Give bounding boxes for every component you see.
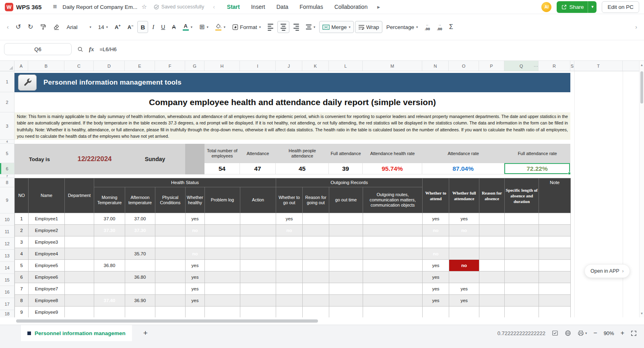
cell[interactable] (303, 283, 329, 295)
cell[interactable]: no (423, 225, 449, 236)
cell[interactable] (240, 271, 276, 283)
name-box[interactable]: Q6 (4, 43, 72, 55)
cell[interactable]: yes (423, 283, 449, 295)
cell[interactable] (205, 295, 240, 307)
cell[interactable] (539, 295, 571, 307)
cell[interactable] (539, 213, 571, 225)
table-header[interactable]: Specific length of absence and duration (505, 178, 539, 213)
vertical-align-button[interactable]: ▾ (303, 21, 318, 33)
scroll-down-icon[interactable]: ▼ (640, 312, 644, 315)
scroll-up-icon[interactable]: ▲ (640, 63, 644, 67)
cell[interactable]: 36.90 (125, 295, 155, 307)
undo-button[interactable]: ↺ (13, 21, 24, 33)
row-header-13[interactable]: 13 (0, 250, 14, 262)
cell[interactable] (205, 213, 240, 225)
cell[interactable] (155, 213, 186, 225)
cell[interactable] (240, 307, 276, 318)
cell[interactable] (363, 248, 423, 260)
cell[interactable] (329, 260, 363, 271)
column-header-I[interactable]: I (240, 61, 276, 71)
note-cell[interactable]: Note: This form is mainly applicable to … (14, 112, 570, 140)
cell[interactable] (205, 271, 240, 283)
table-header[interactable]: Whether healthy (186, 187, 205, 213)
sheet-tab[interactable]: Personnel information managemen (21, 325, 132, 341)
cell[interactable] (155, 225, 186, 236)
cell[interactable]: no (449, 260, 479, 271)
cell[interactable]: no (186, 248, 205, 260)
fx-icon[interactable]: fx (89, 46, 94, 53)
cell[interactable]: Employee1 (29, 213, 65, 225)
cell[interactable]: 6 (15, 271, 29, 283)
cell[interactable] (303, 248, 329, 260)
cell[interactable]: Employee3 (29, 236, 65, 248)
cell[interactable]: yes (423, 260, 449, 271)
cell[interactable] (449, 307, 479, 318)
cell[interactable]: no (423, 248, 449, 260)
cell[interactable] (205, 283, 240, 295)
cell[interactable] (155, 236, 186, 248)
italic-button[interactable]: I (149, 21, 157, 33)
table-header[interactable]: Whether to go out (276, 187, 303, 213)
cell[interactable] (505, 225, 539, 236)
header-name[interactable]: Name (29, 178, 65, 213)
cell[interactable]: 37.30 (94, 225, 125, 236)
cell[interactable] (539, 236, 571, 248)
cell[interactable] (125, 307, 155, 318)
print-button[interactable]: ▾ (578, 330, 587, 336)
cell[interactable] (205, 225, 240, 236)
row-header-9[interactable]: 9 (0, 187, 14, 213)
cell[interactable] (363, 236, 423, 248)
selection-stats-icon[interactable] (552, 330, 558, 336)
formula-input[interactable]: =L6/H6 (100, 46, 117, 52)
cell[interactable]: yes (423, 271, 449, 283)
cell[interactable] (65, 236, 94, 248)
document-title[interactable]: Daily Report of Company Em... (62, 4, 137, 10)
wps-logo[interactable]: W WPS 365 (5, 3, 41, 11)
cell[interactable]: 5 (15, 260, 29, 271)
row-header-6[interactable]: 6 (0, 163, 14, 174)
cell[interactable]: Employee4 (29, 248, 65, 260)
row-header-5[interactable]: 5 (0, 144, 14, 163)
cell[interactable] (276, 271, 303, 283)
cell[interactable]: yes (423, 295, 449, 307)
cell[interactable] (479, 225, 505, 236)
row-header-3[interactable]: 3 (0, 112, 14, 140)
stat-label[interactable]: Full attendance (329, 144, 363, 163)
cell[interactable] (449, 271, 479, 283)
cell[interactable] (329, 307, 363, 318)
cell[interactable] (539, 283, 571, 295)
cell[interactable]: 37.00 (94, 213, 125, 225)
cell[interactable]: 9 (15, 307, 29, 318)
cell[interactable] (303, 271, 329, 283)
cell[interactable] (276, 260, 303, 271)
font-size-select[interactable]: 14▾ (95, 21, 111, 33)
stat-value[interactable]: 87.04% (422, 163, 504, 174)
stat-value[interactable]: 39 (329, 163, 363, 174)
cell[interactable] (303, 307, 329, 318)
row-header-15[interactable]: 15 (0, 274, 14, 286)
stat-label[interactable]: Total number of employees (204, 144, 240, 163)
cell[interactable] (65, 225, 94, 236)
cell[interactable] (329, 225, 363, 236)
cell[interactable] (205, 307, 240, 318)
column-header-O[interactable]: O (449, 61, 479, 71)
header-department[interactable]: Department (65, 178, 94, 213)
bold-button[interactable]: B (137, 21, 148, 33)
align-left-button[interactable] (265, 21, 276, 33)
format-painter-button[interactable] (37, 21, 49, 33)
zoom-in-button[interactable]: + (621, 330, 624, 336)
select-all-corner[interactable] (0, 61, 14, 71)
row-header-14[interactable]: 14 (0, 262, 14, 274)
align-center-button[interactable] (277, 21, 289, 33)
cell[interactable] (505, 283, 539, 295)
cell[interactable] (65, 307, 94, 318)
column-header-F[interactable]: F (155, 61, 185, 71)
cell[interactable]: no (449, 225, 479, 236)
cell[interactable] (539, 260, 571, 271)
cell[interactable] (155, 307, 186, 318)
increase-font-button[interactable]: A+ (112, 21, 124, 33)
today-label-cell[interactable]: Today is (14, 156, 64, 162)
increase-decimal-button[interactable]: ←.00 (422, 21, 433, 33)
row-header-17[interactable]: 17 (0, 298, 14, 310)
cell[interactable]: yes (423, 213, 449, 225)
